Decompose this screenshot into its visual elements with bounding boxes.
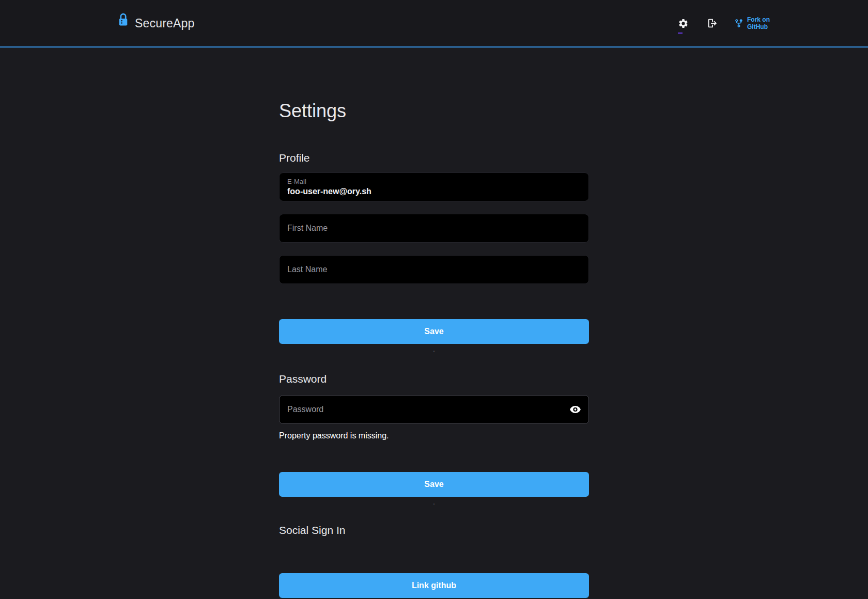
eye-icon	[569, 404, 581, 416]
profile-section: Profile E-Mail Save .	[279, 151, 589, 353]
first-name-input[interactable]	[279, 214, 589, 243]
toggle-password-visibility-button[interactable]	[569, 404, 581, 416]
profile-heading: Profile	[279, 151, 589, 165]
password-section: Password Property password is missing. S…	[279, 372, 589, 506]
password-error-message: Property password is missing.	[279, 431, 589, 441]
logout-icon	[706, 18, 718, 29]
page-title: Settings	[279, 100, 589, 122]
app-logo[interactable]: SecureApp	[118, 17, 195, 30]
profile-save-dot: .	[279, 345, 589, 353]
settings-button[interactable]	[677, 17, 690, 30]
lock-icon	[118, 17, 129, 30]
gear-icon	[678, 18, 689, 29]
app-title: SecureApp	[135, 17, 195, 30]
git-fork-icon	[734, 19, 743, 28]
password-heading: Password	[279, 372, 589, 386]
gear-active-indicator	[678, 33, 683, 34]
email-input[interactable]	[287, 186, 581, 196]
social-sign-in-heading: Social Sign In	[279, 524, 589, 537]
settings-page: Settings Profile E-Mail Save . Password	[279, 100, 589, 598]
logout-button[interactable]	[705, 17, 719, 30]
password-save-dot: .	[279, 498, 589, 506]
header-actions: Fork on GitHub	[677, 16, 770, 30]
top-navbar: SecureApp	[0, 0, 868, 48]
save-password-button[interactable]: Save	[279, 472, 589, 497]
last-name-input[interactable]	[279, 255, 589, 284]
password-input[interactable]	[279, 395, 589, 424]
save-profile-button[interactable]: Save	[279, 319, 589, 344]
email-label: E-Mail	[287, 178, 581, 186]
link-github-button[interactable]: Link github	[279, 573, 589, 598]
password-field	[279, 395, 589, 424]
fork-on-github-link[interactable]: Fork on GitHub	[734, 16, 770, 30]
fork-link-label: Fork on GitHub	[747, 16, 770, 30]
email-field[interactable]: E-Mail	[279, 172, 589, 201]
social-sign-in-section: Social Sign In Link github	[279, 524, 589, 598]
